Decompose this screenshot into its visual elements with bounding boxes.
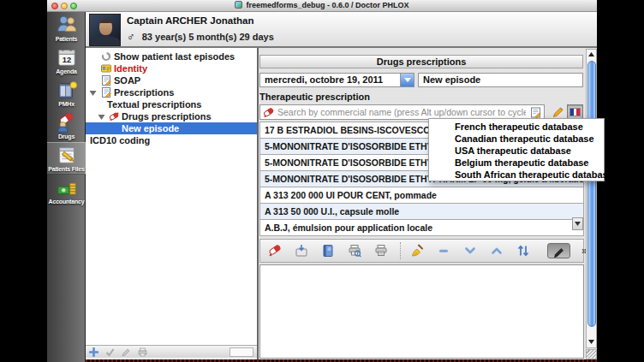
sort-drugs-icon[interactable]: [516, 243, 531, 258]
drug-book-icon[interactable]: [320, 243, 336, 258]
drug-search-input[interactable]: [277, 105, 526, 119]
notepad-icon: [101, 75, 111, 86]
drugs-icon: [56, 111, 78, 134]
patient-name: Captain ARCHER Jonathan: [127, 15, 253, 26]
drug-list-item[interactable]: A 313 50 000 U.I., capsule molle: [259, 203, 584, 220]
notepad-icon: [101, 87, 111, 98]
validate-check-icon[interactable]: [105, 347, 116, 357]
drug-prescription-icon: [109, 111, 119, 122]
menu-item-french-db[interactable]: French therapeutic database: [429, 121, 604, 133]
tree-footer-toolbar: [86, 345, 257, 358]
french-flag-icon: [569, 108, 581, 116]
section-label: Therapeutic prescription: [259, 92, 370, 102]
scrollbar-thumb[interactable]: [587, 61, 596, 327]
tree-horizontal-scrollbar[interactable]: [230, 347, 253, 357]
tree-item-label: Drugs prescriptions: [122, 110, 212, 122]
episode-title-field[interactable]: New episode: [418, 73, 583, 87]
accountancy-icon: [56, 176, 78, 199]
sidebar-item-label: PMHx: [47, 101, 86, 107]
tree-item-identity[interactable]: Identity: [86, 62, 257, 74]
app-icon: [235, 1, 242, 9]
sidebar-item-label: Patients Files: [47, 166, 86, 172]
menu-item-usa-db[interactable]: USA therapeutic database: [429, 145, 604, 157]
printer-icon[interactable]: [138, 347, 148, 357]
menu-item-canadian-db[interactable]: Canadian therapeutic database: [429, 133, 604, 145]
sidebar-item-patients-files[interactable]: Patients Files: [47, 142, 86, 175]
window-title: freemedforms_debug - 0.6.0 / Doctor PHLO…: [246, 1, 408, 9]
menu-item-south-african-db[interactable]: South African therapeutic database: [429, 169, 604, 181]
tree-item-label: Prescriptions: [114, 86, 174, 98]
edit-pencil-icon[interactable]: [122, 347, 132, 357]
sidebar-item-label: Drugs: [47, 134, 86, 139]
expand-triangle-icon[interactable]: [98, 113, 105, 121]
menu-item-belgium-db[interactable]: Belgium therapeutic database: [429, 157, 604, 169]
toolbar-separator: [400, 242, 401, 259]
prescription-editor-area[interactable]: [259, 264, 584, 359]
patient-banner: Captain ARCHER Jonathan ♂83 year(s) 5 mo…: [86, 12, 597, 48]
sidebar-item-drugs[interactable]: Drugs: [47, 110, 86, 142]
tree-item-icd10-coding[interactable]: ICD10 coding: [86, 134, 257, 146]
scroll-up-arrow[interactable]: [587, 50, 596, 60]
sidebar-item-label: Patients: [47, 36, 86, 42]
patient-age: 83 year(s) 5 month(s) 29 days: [142, 32, 274, 42]
svg-text:12: 12: [62, 56, 70, 64]
move-up-icon[interactable]: [489, 243, 504, 258]
navigation-tree: Show patient last episodes Identity SOAP…: [86, 48, 257, 359]
identity-card-icon: [101, 63, 111, 74]
tree-item-label: Textual prescriptions: [107, 98, 201, 110]
agenda-icon: 12: [56, 46, 78, 68]
tree-item-label: Show patient last episodes: [114, 50, 235, 62]
pmhx-icon: [56, 79, 78, 101]
expand-triangle-icon[interactable]: [89, 89, 97, 97]
prescription-panel: Drugs prescriptions mercredi, octobre 19…: [259, 48, 597, 359]
episode-date-combo[interactable]: mercredi, octobre 19, 2011: [259, 73, 414, 87]
patient-photo[interactable]: [89, 14, 121, 46]
titlebar[interactable]: freemedforms_debug - 0.6.0 / Doctor PHLO…: [47, 0, 597, 12]
patients-files-icon: [56, 144, 78, 166]
sidebar-item-accountancy[interactable]: Accountancy: [47, 175, 86, 207]
database-menu: French therapeutic database Canadian the…: [428, 118, 605, 181]
remove-line-icon[interactable]: [436, 243, 451, 258]
sidebar-item-patients[interactable]: Patients: [47, 12, 86, 45]
prescription-toolbar: »: [259, 239, 584, 263]
combo-dropdown-button[interactable]: [400, 74, 414, 86]
scroll-down-arrow[interactable]: [587, 337, 596, 347]
tree-item-soap[interactable]: SOAP: [86, 74, 257, 86]
tree-item-textual-prescriptions[interactable]: Textual prescriptions: [86, 98, 257, 110]
add-episode-button[interactable]: [89, 347, 99, 357]
clear-broom-icon[interactable]: [409, 243, 425, 258]
printer-icon[interactable]: [373, 243, 389, 258]
sidebar-item-label: Agenda: [47, 68, 86, 74]
drug-interaction-icon[interactable]: [267, 243, 283, 258]
panel-header: Drugs prescriptions: [259, 55, 583, 68]
vertical-scrollbar[interactable]: [586, 49, 597, 348]
tree-item-prescriptions[interactable]: Prescriptions: [86, 86, 257, 98]
sidebar-item-pmhx[interactable]: PMHx: [47, 77, 86, 110]
drug-list-item[interactable]: A.B.J, émulsion pour application locale: [259, 219, 584, 236]
tree-item-label: ICD10 coding: [90, 134, 150, 146]
drug-search-icon: [263, 107, 274, 118]
patient-info: ♂83 year(s) 5 month(s) 29 days: [127, 30, 274, 43]
app-window: freemedforms_debug - 0.6.0 / Doctor PHLO…: [47, 0, 597, 362]
sidebar-item-label: Accountancy: [47, 199, 86, 205]
episode-date-value: mercredi, octobre 19, 2011: [265, 74, 383, 85]
save-icon[interactable]: [294, 243, 309, 258]
male-gender-icon: ♂: [127, 30, 135, 43]
list-scroll-down-arrow[interactable]: [572, 217, 583, 230]
sidebar-item-agenda[interactable]: 12 Agenda: [47, 45, 86, 77]
resize-grip[interactable]: [586, 349, 597, 359]
move-down-icon[interactable]: [462, 243, 478, 258]
episodes-icon: [101, 51, 111, 62]
edit-mode-pencil-button[interactable]: [547, 243, 570, 258]
tree-item-new-episode[interactable]: New episode: [86, 122, 257, 134]
print-preview-icon[interactable]: [347, 243, 362, 258]
tree-item-label: Identity: [114, 62, 147, 74]
search-note-icon[interactable]: [530, 107, 541, 118]
drug-list-item[interactable]: A 313 200 000 UI POUR CENT, pommade: [259, 187, 584, 204]
tree-item-label: SOAP: [114, 74, 140, 86]
sidebar: Patients 12 Agenda PMHx Drugs Patients F…: [47, 12, 86, 362]
patients-icon: [56, 14, 78, 36]
tree-item-show-episodes[interactable]: Show patient last episodes: [86, 50, 257, 62]
tree-item-label: New episode: [122, 122, 179, 134]
tree-item-drugs-prescriptions[interactable]: Drugs prescriptions: [86, 110, 257, 122]
